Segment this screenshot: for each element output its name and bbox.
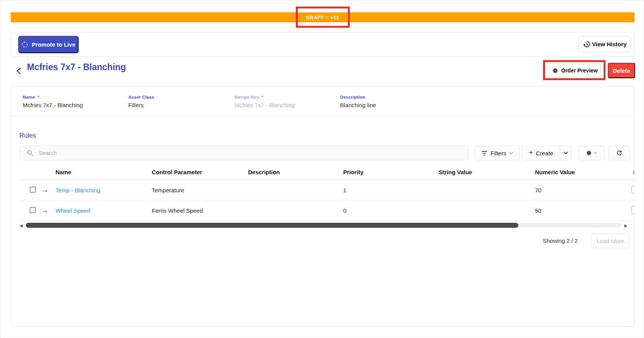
gear-icon [552,67,558,74]
view-history-button[interactable]: View History [578,36,631,52]
cutoff-action-chip[interactable] [631,186,634,193]
field-recipe-key: Recipe Key* Mcfries 7x7 - Blanching [235,95,340,108]
scroll-left-arrow[interactable]: ◀ [20,224,23,228]
required-asterisk: * [262,95,263,99]
page-title: Mcfries 7x7 - Blanching [27,62,126,72]
field-asset-class: Asset Class Fillers [128,95,235,108]
cell-priority: 0 [343,207,439,214]
view-history-label: View History [592,41,627,47]
column-header-name: Name [55,169,152,175]
cutoff-action-chip[interactable] [631,206,634,214]
load-more-label: Load More [597,238,624,244]
column-header-cutoff: I [631,169,634,175]
row-expand-arrow-icon[interactable]: → [41,206,49,214]
rules-search [19,146,469,160]
cell-priority: 1 [343,187,439,193]
field-description: Description Blanching line [340,95,494,108]
chevron-down-icon [594,152,597,154]
field-recipe-key-value: Mcfries 7x7 - Blanching [235,102,340,108]
create-dropdown-button[interactable] [560,146,571,160]
row-checkbox[interactable] [30,187,36,193]
delete-button[interactable]: Delete [608,63,635,78]
order-preview-label: Order Preview [561,67,598,74]
search-icon [27,150,34,156]
top-toolbar-card: Promote to Live View History [11,32,634,57]
load-more-button[interactable]: Load More [591,234,629,248]
field-description-label: Description [340,95,494,99]
create-button[interactable]: + Create [522,146,560,160]
history-icon [582,40,590,48]
recipe-detail-card: Name* Mcfries 7x7 - Blanching Asset Clas… [11,86,634,327]
field-asset-class-label: Asset Class [128,95,235,99]
search-input[interactable] [39,150,468,156]
create-label: Create [536,150,553,156]
showing-count-label: Showing 2 / 2 [543,234,578,248]
promote-to-live-button[interactable]: Promote to Live [18,36,79,53]
draft-version-banner: DRAFT :: v11 [11,12,634,22]
chevron-down-icon [509,152,513,155]
back-button[interactable] [16,67,22,74]
order-preview-button[interactable]: Order Preview [549,64,601,77]
table-row: → Wheel Speed Ferris Wheel Speed 0 50 [19,200,634,221]
cell-numeric-value: 50 [535,207,631,214]
plus-icon: + [529,148,533,157]
chevron-down-icon [564,151,568,155]
cell-control-parameter: Ferris Wheel Speed [152,207,248,214]
column-header-string-value: String Value [439,169,535,175]
row-checkbox[interactable] [30,207,36,213]
row-expand-arrow-icon[interactable]: → [41,186,49,194]
cell-numeric-value: 70 [535,187,631,193]
rule-name-link[interactable]: Temp - Blanching [55,187,100,193]
rules-table: Name Control Parameter Description Prior… [19,164,634,221]
field-name-label: Name* [23,95,128,99]
field-asset-class-value: Fillers [128,102,235,108]
field-name: Name* Mcfries 7x7 - Blanching [23,95,128,108]
cell-control-parameter: Temperature [152,187,248,193]
rules-section-title: Rules [19,132,36,140]
field-description-value: Blanching line [340,102,494,108]
section-divider [11,116,634,116]
refresh-button[interactable] [609,146,630,160]
scroll-right-arrow[interactable]: ▶ [624,224,627,228]
required-asterisk: * [37,95,39,99]
table-row: → Temp - Blanching Temperature 1 70 [19,180,634,200]
draft-version-text: DRAFT :: v11 [306,15,339,20]
field-name-value: Mcfries 7x7 - Blanching [23,102,128,108]
column-header-control-parameter: Control Parameter [152,169,248,175]
horizontal-scrollbar-thumb[interactable] [26,223,518,228]
horizontal-scrollbar-track[interactable] [26,223,621,228]
column-header-description: Description [248,169,343,175]
rule-name-link[interactable]: Wheel Speed [55,207,90,214]
create-split-button: + Create [522,146,572,160]
filters-label: Filters [491,150,506,156]
column-header-numeric-value: Numeric Value [535,169,631,175]
promote-to-live-label: Promote to Live [32,41,75,48]
field-recipe-key-label: Recipe Key* [235,95,340,99]
gear-icon [586,150,592,156]
filters-button[interactable]: Filters [475,146,520,160]
recipe-fields: Name* Mcfries 7x7 - Blanching Asset Clas… [23,95,494,108]
chevron-left-icon [16,67,22,74]
table-settings-button[interactable] [579,146,605,160]
filter-icon [481,151,488,156]
column-header-priority: Priority [343,169,439,175]
rules-table-header: Name Control Parameter Description Prior… [19,164,634,180]
delete-label: Delete [613,67,630,74]
sparkle-dots-icon [21,41,29,48]
refresh-icon [616,150,623,156]
